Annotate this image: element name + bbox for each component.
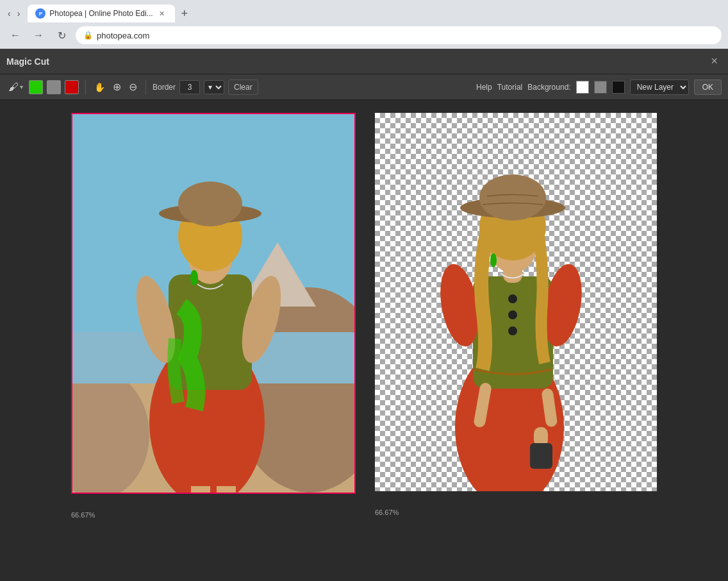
browser-chrome: ‹ › P Photopea | Online Photo Edi... × +… bbox=[0, 0, 728, 49]
tab-title: Photopea | Online Photo Edi... bbox=[49, 9, 153, 18]
forward-button[interactable]: → bbox=[29, 26, 47, 44]
address-bar[interactable]: 🔒 photopea.com bbox=[76, 26, 722, 44]
ok-button[interactable]: OK bbox=[694, 80, 722, 95]
svg-point-30 bbox=[479, 174, 546, 221]
background-label: Background: bbox=[527, 83, 570, 92]
right-tools: Help Tutorial Background: New Layer OK bbox=[476, 80, 722, 95]
brush-icon: 🖌 bbox=[8, 81, 19, 93]
svg-rect-15 bbox=[217, 486, 236, 493]
tool-options-bar: 🖌 ▾ Border ▾ Clear Help Tutorial Backgro… bbox=[0, 74, 728, 100]
right-canvas[interactable] bbox=[375, 113, 657, 491]
tab-close-button[interactable]: × bbox=[157, 8, 167, 19]
left-image-border bbox=[71, 113, 356, 494]
zoom-out-button[interactable] bbox=[127, 79, 139, 95]
separator-1 bbox=[85, 80, 86, 95]
zoom-in-icon bbox=[113, 81, 121, 93]
svg-rect-33 bbox=[530, 443, 552, 469]
left-zoom-label: 66.67% bbox=[71, 511, 356, 519]
right-panel: 66.67% bbox=[375, 113, 657, 503]
address-text: photopea.com bbox=[97, 31, 149, 40]
hand-tool-button[interactable] bbox=[92, 80, 107, 94]
reload-button[interactable]: ↻ bbox=[53, 26, 70, 44]
back-button[interactable]: ← bbox=[6, 26, 24, 44]
border-input[interactable] bbox=[179, 80, 200, 94]
red-color-swatch[interactable] bbox=[65, 80, 79, 94]
brush-dropdown-arrow[interactable]: ▾ bbox=[20, 83, 23, 90]
new-tab-button[interactable]: + bbox=[178, 6, 192, 22]
tab-bar: ‹ › P Photopea | Online Photo Edi... × + bbox=[0, 0, 728, 23]
tutorial-button[interactable]: Tutorial bbox=[497, 83, 523, 92]
svg-rect-7 bbox=[169, 274, 252, 390]
svg-point-16 bbox=[190, 270, 198, 285]
svg-point-21 bbox=[508, 326, 517, 335]
separator-2 bbox=[145, 80, 146, 95]
clear-button[interactable]: Clear bbox=[228, 80, 258, 95]
help-button[interactable]: Help bbox=[476, 83, 492, 92]
border-label: Border bbox=[153, 83, 176, 92]
zoom-in-button[interactable] bbox=[111, 79, 123, 95]
background-white-swatch[interactable] bbox=[576, 81, 589, 94]
address-bar-row: ← → ↻ 🔒 photopea.com bbox=[0, 23, 728, 49]
tab-next-arrow[interactable]: › bbox=[15, 7, 23, 20]
background-gray-swatch[interactable] bbox=[594, 81, 607, 94]
background-black-swatch[interactable] bbox=[612, 81, 625, 94]
canvas-area: 66.67% bbox=[0, 100, 728, 581]
border-dropdown[interactable]: ▾ bbox=[204, 80, 224, 94]
svg-point-19 bbox=[508, 294, 517, 303]
green-color-swatch[interactable] bbox=[29, 80, 43, 94]
svg-point-20 bbox=[508, 310, 517, 319]
gray-color-swatch[interactable] bbox=[47, 80, 61, 94]
tab-nav-arrows: ‹ › bbox=[5, 7, 22, 20]
tab-favicon: P bbox=[35, 8, 46, 19]
app-toolbar: Magic Cut × bbox=[0, 49, 728, 74]
svg-rect-14 bbox=[191, 486, 210, 493]
new-layer-select[interactable]: New Layer bbox=[630, 80, 689, 95]
tab-prev-arrow[interactable]: ‹ bbox=[5, 7, 13, 20]
active-tab[interactable]: P Photopea | Online Photo Edi... × bbox=[28, 4, 174, 22]
hand-icon bbox=[94, 82, 105, 92]
right-image bbox=[375, 113, 657, 491]
right-zoom-label: 66.67% bbox=[375, 509, 657, 516]
lock-icon: 🔒 bbox=[83, 31, 93, 40]
brush-tool-button[interactable]: 🖌 ▾ bbox=[6, 80, 25, 95]
left-canvas[interactable] bbox=[72, 114, 354, 493]
zoom-out-icon bbox=[129, 81, 137, 93]
svg-point-13 bbox=[178, 181, 242, 226]
app-title: Magic Cut bbox=[6, 56, 49, 67]
svg-point-31 bbox=[490, 253, 497, 267]
app-close-button[interactable]: × bbox=[707, 53, 722, 69]
left-panel: 66.67% bbox=[71, 113, 356, 506]
